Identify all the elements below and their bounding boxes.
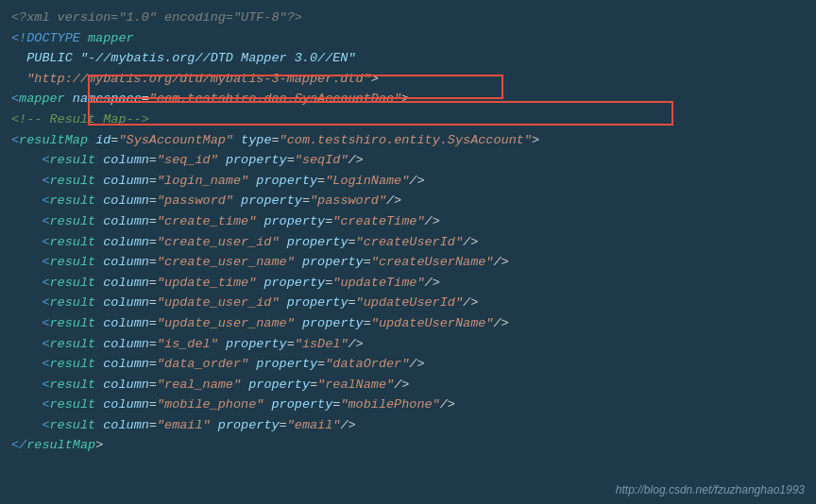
code-block: <?xml version="1.0" encoding="UTF-8"?><!…	[11, 8, 805, 456]
punct-token: =	[149, 214, 157, 228]
punct-token: />	[425, 214, 440, 228]
attr-value-token: "mobilePhone"	[340, 397, 439, 412]
tag-name-token: resultMap	[19, 133, 88, 147]
punct-token: =	[149, 235, 157, 249]
punct-token: =	[287, 153, 295, 167]
punct-token	[11, 276, 42, 290]
attr-name-token: column	[103, 357, 149, 371]
punct-token	[11, 174, 42, 188]
punct-token	[65, 92, 73, 106]
tag-bracket-token: <	[42, 276, 49, 290]
punct-token: =	[149, 276, 157, 290]
punct-token	[11, 295, 42, 310]
attr-value-token: "createTime"	[332, 214, 424, 228]
punct-token: />	[386, 193, 401, 208]
tag-bracket-token: <	[42, 397, 49, 412]
punct-token: />	[493, 316, 508, 330]
punct-token: =	[280, 418, 287, 432]
punct-token: />	[340, 418, 355, 432]
attr-name-token: namespace	[73, 92, 142, 106]
tag-bracket-token: <	[42, 235, 49, 249]
attr-name-token: column	[103, 174, 149, 188]
punct-token: =	[149, 295, 157, 310]
code-line-line18: <result column="data_order" property="da…	[11, 354, 805, 375]
code-line-line19: <result column="real_name" property="rea…	[11, 375, 805, 395]
attr-name-token: column	[103, 316, 149, 330]
tag-name-token: result	[50, 153, 96, 167]
attr-name-token: type	[241, 133, 271, 147]
tag-bracket-token: <	[42, 174, 49, 188]
punct-token: />	[440, 397, 455, 412]
punct-token: =	[149, 418, 157, 432]
tag-bracket-token: <	[42, 357, 49, 371]
tag-bracket-token: <	[42, 295, 49, 310]
tag-name-token: result	[50, 193, 96, 208]
code-line-line9: <result column="login_name" property="Lo…	[11, 171, 805, 192]
punct-token: =	[149, 337, 157, 351]
attr-value-token: "password"	[310, 193, 386, 208]
punct-token: =	[149, 397, 157, 412]
attr-value-token: "dataOrder"	[325, 357, 409, 371]
attr-value-token: "data_order"	[157, 357, 248, 371]
punct-token	[233, 133, 241, 147]
attr-name-token: property	[226, 337, 287, 351]
attr-value-token: "update_user_id"	[157, 295, 280, 310]
attr-value-token: "com.testshiro.entity.SysAccount"	[280, 133, 532, 147]
punct-token	[11, 214, 42, 228]
attr-value-token: "create_user_id"	[157, 235, 280, 249]
tag-bracket-token: <	[42, 255, 49, 269]
code-line-line22: </resultMap>	[11, 435, 805, 456]
code-line-line15: <result column="update_user_id" property…	[11, 293, 805, 313]
attr-name-token: property	[241, 193, 302, 208]
attr-value-token: "seqId"	[295, 153, 348, 167]
punct-token: =	[149, 357, 157, 371]
punct-token: />	[394, 378, 409, 392]
attr-name-token: column	[103, 397, 149, 412]
attr-value-token: "create_user_name"	[157, 255, 295, 269]
punct-token	[11, 357, 42, 371]
attr-value-token: "isDel"	[295, 337, 348, 351]
code-line-line3: PUBLIC "-//mybatis.org//DTD Mapper 3.0//…	[11, 48, 805, 69]
punct-token: =	[317, 357, 325, 371]
attr-name-token: column	[103, 418, 149, 432]
code-line-line1: <?xml version="1.0" encoding="UTF-8"?>	[11, 8, 805, 28]
attr-value-token: "realName"	[317, 378, 394, 392]
punct-token	[233, 193, 241, 208]
code-line-line7: <resultMap id="SysAccountMap" type="com.…	[11, 130, 805, 151]
tag-bracket-token: <	[42, 378, 49, 392]
attr-value-token: "seq_id"	[157, 153, 218, 167]
attr-name-token: id	[95, 133, 110, 147]
punct-token: />	[493, 255, 508, 269]
watermark: http://blog.csdn.net/fzuzhanghao1993	[616, 483, 805, 496]
punct-token: />	[348, 153, 364, 167]
prolog-token: <?xml version="1.0" encoding="UTF-8"?>	[11, 10, 302, 25]
attr-name-token: PUBLIC "-//mybatis.org//DTD Mapper 3.0//…	[11, 51, 356, 65]
code-line-line12: <result column="create_user_id" property…	[11, 232, 805, 253]
punct-token: />	[409, 357, 424, 371]
tag-bracket-token: <	[42, 153, 49, 167]
punct-token	[280, 235, 287, 249]
attr-name-token: column	[103, 255, 149, 269]
attr-name-token: property	[264, 214, 325, 228]
attr-name-token: column	[103, 193, 149, 208]
attr-value-token: "update_time"	[157, 276, 256, 290]
attr-name-token: property	[226, 153, 287, 167]
attr-value-token: "email"	[157, 418, 211, 432]
attr-value-token: "createUserName"	[371, 255, 494, 269]
punct-token	[211, 418, 218, 432]
attr-value-token: "updateTime"	[332, 276, 424, 290]
tag-bracket-token: <	[42, 316, 49, 330]
tag-bracket-token: </	[11, 438, 26, 452]
punct-token	[218, 153, 226, 167]
punct-token: =	[310, 378, 317, 392]
attr-name-token: property	[218, 418, 280, 432]
punct-token: >	[95, 438, 103, 452]
code-line-line5: <mapper namespace="com.testshiro.dao.Sys…	[11, 89, 805, 109]
punct-token: =	[302, 193, 310, 208]
punct-token: =	[149, 174, 157, 188]
tag-name-token: result	[50, 255, 96, 269]
tag-bracket-token: <	[42, 337, 49, 351]
punct-token: =	[272, 133, 280, 147]
tag-name-token: result	[50, 397, 96, 412]
tag-name-token: result	[50, 276, 96, 290]
